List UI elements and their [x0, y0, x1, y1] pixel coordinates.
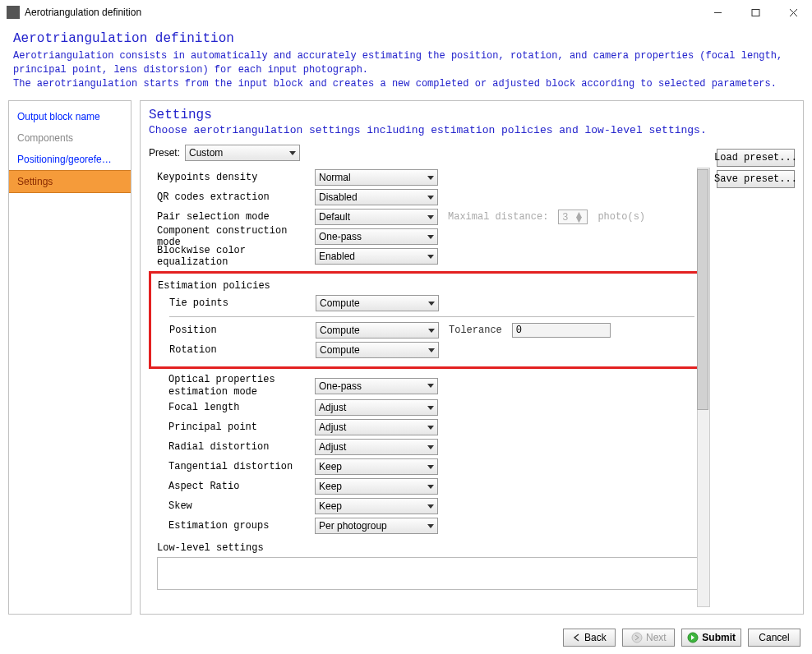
close-button[interactable]: [774, 0, 812, 25]
maximize-button[interactable]: [736, 0, 774, 25]
tiepoints-combo[interactable]: Compute: [316, 295, 439, 311]
scrollbar[interactable]: [697, 168, 710, 607]
load-preset-button[interactable]: Load preset...: [717, 149, 795, 167]
estimation-policies-label: Estimation policies: [158, 280, 701, 292]
keypoints-label: Keypoints density: [157, 172, 305, 183]
chevron-down-icon: [427, 384, 434, 388]
maxdist-label: Maximal distance:: [448, 211, 548, 223]
position-label: Position: [158, 325, 306, 336]
scrollbar-thumb[interactable]: [697, 169, 708, 410]
tiepoints-label: Tie points: [158, 297, 306, 309]
settings-form: Keypoints density Normal QR codes extrac…: [157, 168, 710, 590]
tang-label: Tangential distortion: [157, 461, 305, 472]
next-circle-icon: [631, 632, 643, 643]
tolerance-label: Tolerance: [449, 325, 502, 336]
main-panel: Settings Choose aerotriangulation settin…: [140, 100, 804, 615]
preset-label: Preset:: [149, 147, 180, 159]
sidebar-item-output-block-name[interactable]: Output block name: [9, 106, 131, 127]
skew-label: Skew: [157, 500, 305, 512]
aspect-label: Aspect Ratio: [157, 481, 305, 492]
radial-label: Radial distortion: [157, 441, 305, 453]
position-combo[interactable]: Compute: [316, 322, 439, 339]
sidebar-item-positioning[interactable]: Positioning/georefe…: [9, 149, 131, 170]
pp-combo[interactable]: Adjust: [315, 419, 438, 435]
chevron-down-icon: [427, 524, 434, 528]
tolerance-input[interactable]: [512, 323, 611, 338]
minimize-button[interactable]: [699, 0, 736, 25]
chevron-down-icon: [427, 196, 434, 200]
back-button[interactable]: Back: [563, 629, 616, 647]
qr-label: QR codes extraction: [157, 191, 305, 203]
sidebar-item-settings[interactable]: Settings: [9, 170, 131, 193]
estgrp-combo[interactable]: Per photogroup: [315, 518, 438, 534]
skew-combo[interactable]: Keep: [315, 498, 438, 514]
submit-circle-icon: [687, 632, 699, 643]
radial-combo[interactable]: Adjust: [315, 439, 438, 455]
app-icon: [7, 6, 20, 19]
blockcolor-combo[interactable]: Enabled: [315, 248, 438, 265]
chevron-down-icon: [427, 426, 434, 430]
chevron-down-icon: [289, 151, 296, 155]
lowlevel-label: Low-level settings: [157, 542, 710, 554]
keypoints-combo[interactable]: Normal: [315, 169, 438, 186]
page-description-2: The aerotriangulation starts from the in…: [13, 77, 799, 91]
maxdist-units: photo(s): [597, 211, 645, 223]
focal-combo[interactable]: Adjust: [315, 399, 438, 416]
tang-combo[interactable]: Keep: [315, 458, 438, 475]
footer: Back Next Submit Cancel: [0, 621, 812, 654]
submit-button[interactable]: Submit: [681, 629, 741, 647]
optprop-combo[interactable]: One-pass: [315, 378, 438, 394]
section-title: Settings: [149, 108, 710, 122]
qr-combo[interactable]: Disabled: [315, 189, 438, 205]
sidebar-item-components[interactable]: Components: [9, 127, 131, 149]
sidebar: Output block name Components Positioning…: [8, 100, 131, 615]
chevron-down-icon: [427, 255, 434, 259]
pp-label: Principal point: [157, 421, 305, 433]
next-button: Next: [622, 629, 675, 647]
save-preset-button[interactable]: Save preset...: [717, 170, 795, 188]
title-bar: Aerotriangulation definition: [0, 0, 812, 25]
maxdist-spinner: 3▲▼: [558, 210, 588, 224]
estgrp-label: Estimation groups: [157, 520, 305, 532]
blockcolor-label: Blockwise color equalization: [157, 245, 305, 268]
section-subtitle: Choose aerotriangulation settings includ…: [149, 124, 710, 136]
arrow-left-icon: [573, 633, 581, 642]
window-title: Aerotriangulation definition: [25, 7, 699, 18]
lowlevel-box: [157, 557, 710, 590]
optprop-label: Optical properties estimation mode: [157, 374, 305, 398]
chevron-down-icon: [427, 406, 434, 410]
pair-label: Pair selection mode: [157, 211, 305, 223]
chevron-down-icon: [428, 329, 435, 333]
preset-combo[interactable]: Custom: [185, 145, 300, 161]
svg-point-1: [632, 633, 642, 642]
chevron-down-icon: [427, 235, 434, 239]
header: Aerotriangulation definition Aerotriangu…: [0, 25, 812, 100]
svg-rect-0: [752, 9, 759, 16]
chevron-down-icon: [428, 302, 435, 306]
chevron-down-icon: [427, 465, 434, 469]
page-description-1: Aerotriangulation consists in automatica…: [13, 49, 799, 77]
chevron-down-icon: [428, 348, 435, 352]
chevron-down-icon: [427, 215, 434, 219]
rotation-label: Rotation: [158, 344, 306, 356]
preset-value: Custom: [189, 147, 289, 159]
page-title: Aerotriangulation definition: [13, 31, 799, 46]
aspect-combo[interactable]: Keep: [315, 478, 438, 495]
rotation-combo[interactable]: Compute: [316, 342, 439, 358]
chevron-down-icon: [427, 176, 434, 180]
comp-combo[interactable]: One-pass: [315, 228, 438, 245]
cancel-button[interactable]: Cancel: [748, 629, 800, 647]
chevron-down-icon: [427, 485, 434, 489]
chevron-down-icon: [427, 504, 434, 509]
pair-combo[interactable]: Default: [315, 209, 438, 225]
focal-label: Focal length: [157, 402, 305, 413]
estimation-policies-highlight: Estimation policies Tie points Compute P…: [149, 271, 710, 369]
chevron-down-icon: [427, 445, 434, 449]
